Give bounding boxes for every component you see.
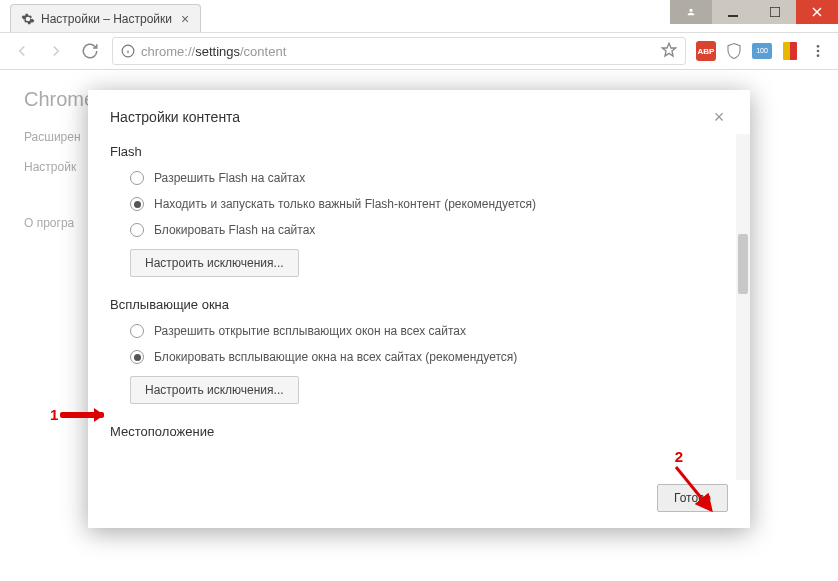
modal-body: Flash Разрешить Flash на сайтах Находить…: [88, 140, 750, 472]
radio-icon: [130, 171, 144, 185]
popups-exceptions-button[interactable]: Настроить исключения...: [130, 376, 299, 404]
radio-label: Разрешить Flash на сайтах: [154, 171, 305, 185]
radio-icon: [130, 197, 144, 211]
radio-icon: [130, 223, 144, 237]
done-button[interactable]: Готово: [657, 484, 728, 512]
radio-group: Разрешить Flash на сайтах Находить и зап…: [110, 171, 728, 237]
content-settings-modal: Настройки контента × Flash Разрешить Fla…: [88, 90, 750, 528]
radio-icon: [130, 324, 144, 338]
radio-label: Блокировать всплывающие окна на всех сай…: [154, 350, 517, 364]
radio-group: Разрешить открытие всплывающих окон на в…: [110, 324, 728, 364]
radio-flash-block[interactable]: Блокировать Flash на сайтах: [130, 223, 728, 237]
location-section: Местоположение: [110, 424, 728, 439]
radio-icon: [130, 350, 144, 364]
section-title: Местоположение: [110, 424, 728, 439]
radio-label: Блокировать Flash на сайтах: [154, 223, 315, 237]
section-title: Flash: [110, 144, 728, 159]
radio-popups-allow[interactable]: Разрешить открытие всплывающих окон на в…: [130, 324, 728, 338]
popups-section: Всплывающие окна Разрешить открытие вспл…: [110, 297, 728, 404]
radio-flash-detect[interactable]: Находить и запускать только важный Flash…: [130, 197, 728, 211]
modal-overlay: Настройки контента × Flash Разрешить Fla…: [0, 0, 838, 581]
modal-footer: Готово: [88, 472, 750, 528]
modal-close-button[interactable]: ×: [710, 108, 728, 126]
flash-exceptions-button[interactable]: Настроить исключения...: [130, 249, 299, 277]
modal-title: Настройки контента: [110, 109, 240, 125]
browser-window: Настройки – Настройки ×: [0, 0, 838, 581]
section-title: Всплывающие окна: [110, 297, 728, 312]
modal-header: Настройки контента ×: [88, 90, 750, 140]
radio-popups-block[interactable]: Блокировать всплывающие окна на всех сай…: [130, 350, 728, 364]
radio-flash-allow[interactable]: Разрешить Flash на сайтах: [130, 171, 728, 185]
flash-section: Flash Разрешить Flash на сайтах Находить…: [110, 144, 728, 277]
radio-label: Находить и запускать только важный Flash…: [154, 197, 536, 211]
radio-label: Разрешить открытие всплывающих окон на в…: [154, 324, 466, 338]
